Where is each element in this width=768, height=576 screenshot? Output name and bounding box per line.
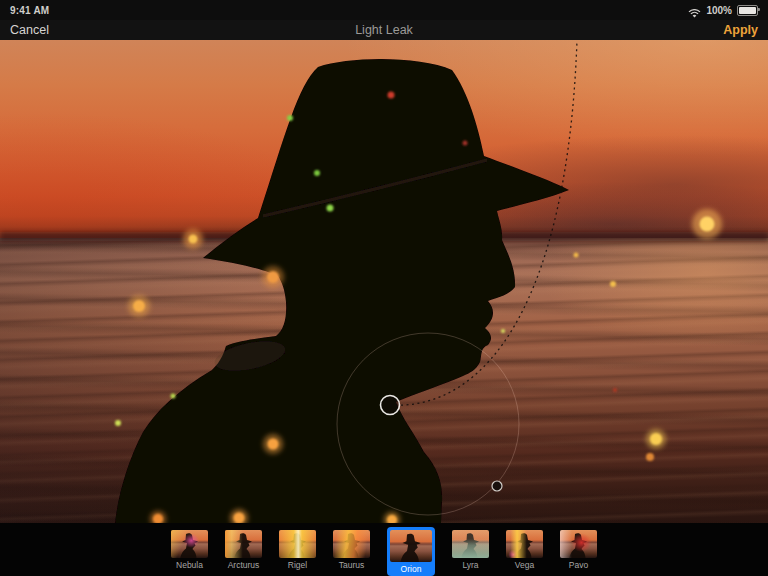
thumb-leak-effect	[225, 530, 262, 558]
preset-nebula[interactable]: Nebula	[171, 530, 208, 570]
preset-vega[interactable]: Vega	[506, 530, 543, 570]
preset-label: Orion	[401, 565, 422, 574]
app-screen: 9:41 AM 100% Light Leak Cancel Apply	[0, 0, 768, 576]
preset-label: Lyra	[462, 561, 478, 570]
preset-label: Taurus	[339, 561, 365, 570]
leak-center-handle[interactable]	[381, 396, 400, 415]
thumb-leak-effect	[506, 530, 543, 558]
battery-icon	[737, 5, 758, 16]
toolbar: Light Leak Cancel Apply	[0, 20, 768, 40]
preset-taurus[interactable]: Taurus	[333, 530, 370, 570]
thumb-leak-effect	[171, 530, 208, 558]
thumb-leak-effect	[279, 530, 316, 558]
preset-label: Nebula	[176, 561, 203, 570]
preset-label: Vega	[515, 561, 534, 570]
battery-percent: 100%	[706, 5, 732, 16]
thumb-leak-effect	[452, 530, 489, 558]
status-indicators: 100%	[688, 5, 758, 16]
photo-overlay	[0, 40, 768, 523]
preset-thumbnail[interactable]	[560, 530, 597, 558]
status-time: 9:41 AM	[10, 5, 49, 16]
wifi-icon	[688, 5, 701, 15]
preset-thumbnail[interactable]	[225, 530, 262, 558]
preset-thumbnail[interactable]	[333, 530, 370, 558]
photo-canvas[interactable]	[0, 40, 768, 523]
preset-filmstrip: NebulaArcturusRigelTaurusOrionLyraVegaPa…	[0, 523, 768, 576]
leak-radius-handle[interactable]	[492, 481, 502, 491]
thumb-leak-effect	[333, 530, 370, 558]
preset-arcturus[interactable]: Arcturus	[225, 530, 262, 570]
cancel-button[interactable]: Cancel	[10, 23, 49, 37]
status-bar: 9:41 AM 100%	[0, 0, 768, 20]
preset-thumbnail[interactable]	[390, 530, 432, 562]
page-title: Light Leak	[0, 23, 768, 37]
preset-label: Rigel	[288, 561, 307, 570]
preset-lyra[interactable]: Lyra	[452, 530, 489, 570]
preset-pavo[interactable]: Pavo	[560, 530, 597, 570]
preset-thumbnail[interactable]	[452, 530, 489, 558]
thumb-leak-effect	[560, 530, 597, 558]
preset-orion[interactable]: Orion	[387, 527, 435, 576]
preset-thumbnail[interactable]	[171, 530, 208, 558]
preset-thumbnail[interactable]	[279, 530, 316, 558]
preset-rigel[interactable]: Rigel	[279, 530, 316, 570]
setting-sun-core	[189, 235, 198, 244]
thumb-leak-effect	[390, 530, 432, 562]
preset-label: Arcturus	[228, 561, 260, 570]
sun-bokeh-core	[700, 217, 715, 232]
apply-button[interactable]: Apply	[723, 23, 758, 37]
preset-label: Pavo	[569, 561, 588, 570]
preset-thumbnail[interactable]	[506, 530, 543, 558]
